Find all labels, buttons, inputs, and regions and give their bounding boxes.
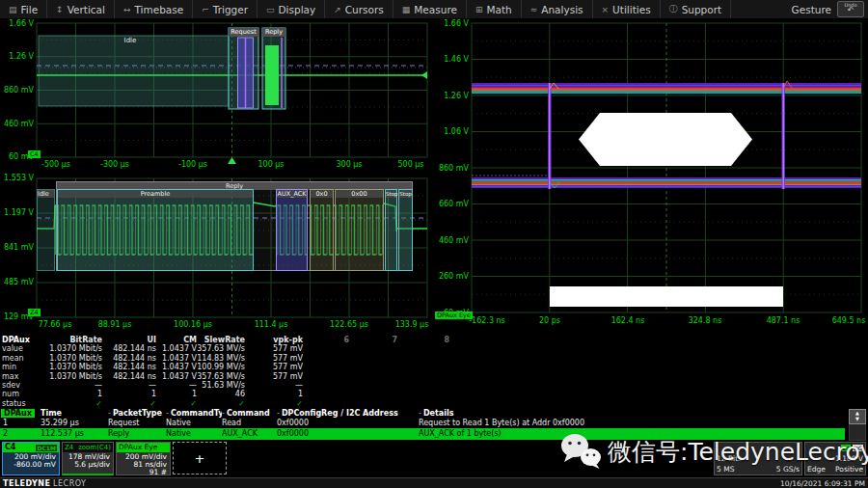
math-icon: ⊞	[475, 5, 483, 14]
trigger-level: 1.100 V	[835, 453, 863, 464]
measure-cell: 100.99 MV/s	[197, 363, 245, 371]
measure-cell: 1.0437 V	[156, 372, 197, 381]
measure-cell: —	[156, 381, 197, 390]
measure-cell: 482.144 ns	[102, 344, 156, 353]
timebase-descriptor[interactable]: 12 Bits 5 MS 5 GS/s	[714, 442, 802, 475]
y-tick: 1.553 V	[0, 174, 34, 182]
oscilloscope-screen: ▤File ↕Vertical ↔Timebase ⌐Trigger ▭Disp…	[0, 0, 868, 488]
x-tick: 77.66 µs	[26, 320, 84, 329]
measure-column[interactable]: UI	[102, 336, 156, 344]
channel-descriptor-c4[interactable]: C4 DC1M 200 mV/div -860.00 mV	[2, 442, 60, 475]
decode-row-1[interactable]: 1 35.299 µs Request Native Read 0xf0000 …	[0, 419, 868, 428]
menu-vertical[interactable]: ↕Vertical	[47, 0, 115, 18]
undo-icon: ↶	[838, 7, 863, 14]
measure-column[interactable]: BitRate	[41, 336, 102, 344]
menu-analysis[interactable]: ≈Analysis	[522, 0, 593, 18]
menu-bar: ▤File ↕Vertical ↔Timebase ⌐Trigger ▭Disp…	[0, 0, 868, 19]
zoom-descriptor-z4[interactable]: Z4 zoom(C4) 178 mV/div 5.6 µs/div	[62, 442, 114, 475]
channel-badge-c4[interactable]: C4	[28, 150, 41, 158]
measure-column[interactable]: 8	[397, 336, 449, 344]
utilities-icon: ×	[602, 5, 610, 14]
trigger-source-badge: C4	[841, 445, 851, 451]
y-tick: 860 mV	[430, 164, 469, 173]
data-byte-box-0x0: 0x0	[310, 189, 334, 271]
decode-col-commandtype[interactable]: CommandType	[166, 409, 222, 419]
trigger-slope: Positive	[835, 464, 863, 474]
menu-display[interactable]: ▭Display	[258, 0, 325, 18]
decode-col-details[interactable]: Details	[419, 409, 845, 419]
y-tick: 1.197 V	[0, 208, 34, 217]
measure-column[interactable]: CM	[156, 336, 197, 344]
measure-title: DPAux	[0, 336, 41, 344]
y-tick: 1.26 V	[430, 92, 469, 100]
measure-cell: 1.0370 Mbit/s	[41, 354, 102, 363]
menu-math[interactable]: ⊞Math	[467, 0, 522, 18]
status-check-icon: ✓	[156, 399, 197, 408]
descriptor-bar: C4 DC1M 200 mV/div -860.00 mV Z4 zoom(C4…	[0, 441, 868, 477]
measure-cell: 1.0437 V	[156, 344, 197, 353]
eye-count: 91 #	[117, 469, 167, 476]
measure-column[interactable]: vpk-pk	[245, 336, 303, 344]
decode-col-time[interactable]: Time	[41, 409, 108, 419]
zoom-badge-z4[interactable]: Z4	[28, 309, 41, 316]
decode-col-packettype[interactable]: PacketType	[108, 409, 166, 419]
eye-diagram-plot[interactable]: 1.66 V 1.46 V 1.26 V 1.06 V 860 mV 660 m…	[430, 19, 868, 333]
add-trace-button[interactable]: +	[173, 442, 227, 474]
measure-cell: 482.144 ns	[102, 354, 156, 363]
coupling-badge: DC1M	[36, 445, 57, 451]
stop-decode-box-2: Stop	[398, 189, 413, 271]
decode-col-command[interactable]: Command	[222, 409, 277, 419]
measure-column[interactable]: 7	[349, 336, 397, 344]
zoom-decode-plot[interactable]: Reply Idle Preamble AUX_ACK 0x0 0x00 Sto…	[0, 174, 430, 333]
y-tick: 1.26 V	[0, 52, 34, 61]
decode-row-2-selected[interactable]: 2 112.537 µs Reply Native AUX_ACK 0xf000…	[0, 428, 868, 440]
sample-rate: 5 GS/s	[776, 464, 800, 474]
measure-cell: 482.144 ns	[102, 363, 156, 371]
decode-scrollbar[interactable]: ▲ ▼	[849, 409, 866, 441]
y-tick: 1.66 V	[430, 19, 469, 28]
measure-row-label: value	[0, 344, 41, 353]
menu-support[interactable]: ⓘSupport	[661, 0, 732, 18]
measure-cell: 1	[102, 390, 156, 398]
file-icon: ▤	[9, 5, 17, 14]
scroll-down-icon: ▼	[850, 416, 865, 421]
scroll-track[interactable]	[849, 424, 866, 441]
x-tick: 300 µs	[320, 160, 378, 169]
measure-cell: —	[41, 381, 102, 390]
overview-waveform-plot[interactable]: 1.66 V 1.26 V 860 mV 460 mV 60 mV -500 µ…	[0, 19, 430, 174]
menu-cursors[interactable]: ↗Cursors	[325, 0, 393, 18]
trigger-descriptor[interactable]: C4 DC 1.100 V Edge Positive	[804, 442, 866, 475]
measure-column[interactable]: SlewRate	[197, 336, 245, 344]
x-tick: -300 µs	[86, 160, 144, 169]
menu-timebase[interactable]: ↔Timebase	[115, 0, 193, 18]
trigger-icon: ⌐	[202, 5, 209, 14]
measure-cell: 1.0370 Mbit/s	[41, 344, 102, 353]
measure-cell: 114.83 MV/s	[197, 354, 245, 363]
measure-cell: 1	[156, 390, 197, 398]
menu-trigger[interactable]: ⌐Trigger	[193, 0, 258, 18]
menu-file[interactable]: ▤File	[0, 0, 47, 18]
cursors-icon: ↗	[334, 5, 341, 14]
decode-col-address[interactable]: DPConfigReg / I2C Address	[277, 409, 419, 419]
menu-utilities[interactable]: ×Utilities	[593, 0, 661, 18]
measure-cell: 577 mV	[245, 363, 303, 371]
measure-cell: 1.0437 V	[156, 363, 197, 371]
gesture-label: Gesture	[792, 4, 831, 15]
aux-ack-decode-box: AUX_ACK	[276, 189, 308, 271]
z4-tdiv: 5.6 µs/div	[63, 461, 110, 469]
menubar-right: Gesture Undo ↶	[792, 0, 868, 18]
y-tick: 460 mV	[430, 236, 469, 245]
menu-measure[interactable]: ▦Measure	[393, 0, 467, 18]
measure-column[interactable]: 6	[303, 336, 349, 344]
y-tick: 1.06 V	[430, 127, 469, 136]
x-tick: 162.4 ns	[599, 316, 657, 325]
x-tick: 649.5 ns	[820, 316, 868, 325]
eye-trace-badge[interactable]: DPAux Eye	[435, 312, 473, 319]
trace-level-marker	[421, 71, 427, 79]
scroll-arrows-button[interactable]: ▲ ▼	[849, 409, 866, 424]
decode-protocol-badge[interactable]: DPAux	[1, 409, 35, 418]
measure-row-label: max	[0, 372, 41, 381]
measure-row-label: status	[0, 399, 41, 408]
eye-descriptor[interactable]: DPAux Eye 200 mV/div 81 ns/div 91 #	[116, 442, 171, 475]
undo-button[interactable]: Undo ↶	[837, 1, 864, 17]
